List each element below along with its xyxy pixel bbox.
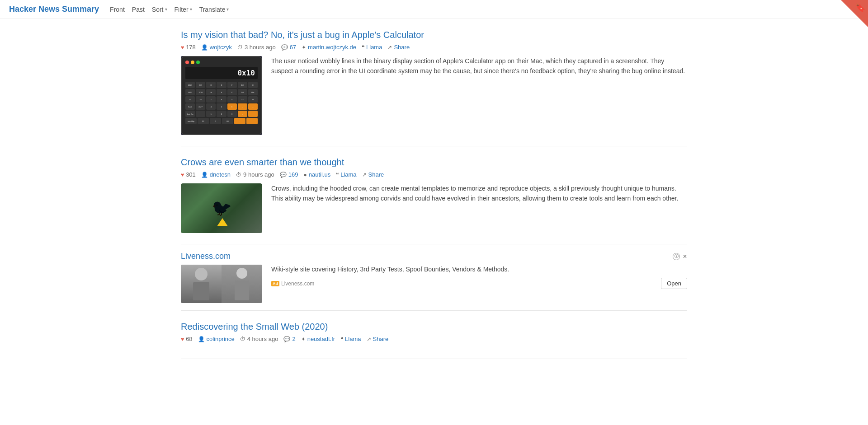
calc-btn: 6 bbox=[227, 103, 237, 110]
calc-btn: 1's bbox=[248, 96, 258, 103]
ad-open-button[interactable]: Open bbox=[661, 278, 687, 289]
ad-image-left bbox=[181, 265, 222, 303]
llama-icon: ❝ bbox=[336, 172, 339, 178]
llama-link[interactable]: Llama bbox=[345, 336, 361, 342]
person-head-icon bbox=[195, 268, 208, 280]
article-3-comments: 💬 2 bbox=[283, 336, 295, 342]
nav-filter-label: Filter bbox=[175, 6, 189, 13]
user-icon: 👤 bbox=[198, 336, 205, 342]
calc-btn: C bbox=[227, 89, 237, 95]
main-content: Is my vision that bad? No, it's just a b… bbox=[172, 19, 696, 359]
site-title[interactable]: Hacker News Summary bbox=[9, 5, 99, 14]
article-2-author: 👤 dnetesn bbox=[201, 171, 231, 178]
ad-close-icon[interactable]: ✕ bbox=[683, 253, 687, 260]
source-link[interactable]: neustadt.fr bbox=[307, 336, 335, 342]
calc-btn: 9 bbox=[227, 96, 237, 103]
ad-info-icon[interactable]: ⓘ bbox=[673, 253, 680, 260]
source-link[interactable]: martin.wojtczyk.de bbox=[308, 44, 356, 51]
article-2: Crows are even smarter than we thought ♥… bbox=[181, 146, 687, 244]
clock-icon: ⏱ bbox=[236, 172, 241, 178]
calc-btn: × bbox=[238, 111, 247, 117]
calc-btn: 2's bbox=[238, 96, 247, 103]
translate-chevron-icon: ▾ bbox=[226, 7, 229, 12]
llama-icon: ❝ bbox=[362, 44, 364, 51]
user-icon: 👤 bbox=[201, 44, 208, 51]
nav-past[interactable]: Past bbox=[132, 6, 145, 13]
article-2-title[interactable]: Crows are even smarter than we thought bbox=[181, 157, 687, 168]
article-1-title[interactable]: Is my vision that bad? No, it's just a b… bbox=[181, 30, 687, 40]
nav-filter-dropdown[interactable]: Filter ▾ bbox=[175, 6, 192, 13]
article-3-votes: ♥ 68 bbox=[181, 336, 193, 342]
article-1-meta: ♥ 178 👤 wojtczyk ⏱ 3 hours ago 💬 67 ✦ ma… bbox=[181, 44, 687, 51]
calc-title-bar bbox=[185, 61, 258, 64]
article-2-image: 🐦 bbox=[181, 183, 262, 233]
calc-btn: . bbox=[234, 118, 245, 124]
share-link[interactable]: Share bbox=[368, 171, 384, 178]
article-3-meta: ♥ 68 👤 colinprince ⏱ 4 hours ago 💬 2 ✦ n… bbox=[181, 336, 687, 342]
article-3-title[interactable]: Rediscovering the Small Web (2020) bbox=[181, 322, 687, 332]
calc-dot-yellow bbox=[191, 61, 194, 64]
calc-btn: 4 bbox=[206, 103, 216, 110]
share-link[interactable]: Share bbox=[394, 44, 410, 51]
calc-btn: 8 bbox=[217, 96, 226, 103]
comments-link[interactable]: 67 bbox=[290, 44, 296, 51]
comment-icon: 💬 bbox=[280, 172, 287, 178]
filter-chevron-icon: ▾ bbox=[190, 7, 192, 12]
calc-btn bbox=[246, 118, 258, 124]
llama-link[interactable]: Llama bbox=[340, 171, 356, 178]
comments-link[interactable]: 2 bbox=[292, 336, 295, 342]
article-3-time: ⏱ 4 hours ago bbox=[240, 336, 278, 342]
calc-btn: 2 bbox=[217, 111, 226, 117]
calc-btn: 3 bbox=[227, 111, 237, 117]
article-3-author: 👤 colinprince bbox=[198, 336, 235, 342]
calc-btn: 8 bbox=[217, 89, 226, 95]
calc-btn: + bbox=[248, 103, 258, 110]
llama-icon: ❝ bbox=[340, 336, 343, 342]
calc-btn: 5 bbox=[217, 103, 226, 110]
ad-title[interactable]: Liveness.com bbox=[181, 252, 231, 261]
author-link[interactable]: wojtczyk bbox=[210, 44, 232, 51]
author-link[interactable]: colinprince bbox=[207, 336, 235, 342]
nav-translate-dropdown[interactable]: Translate ▾ bbox=[199, 6, 229, 13]
crow-silhouette: 🐦 bbox=[212, 199, 232, 218]
calc-btn: A bbox=[206, 89, 216, 95]
header: Hacker News Summary Front Past Sort ▾ Fi… bbox=[0, 0, 868, 19]
ad-image bbox=[181, 265, 262, 303]
nav-links: Front Past Sort ▾ Filter ▾ Translate ▾ bbox=[110, 6, 229, 13]
nav-translate-label: Translate bbox=[199, 6, 226, 13]
article-2-source: ● nautil.us bbox=[303, 171, 330, 178]
globe-icon: ✦ bbox=[302, 44, 306, 51]
article-2-comments: 💬 169 bbox=[280, 171, 298, 178]
calc-btn: XorY bbox=[196, 103, 205, 110]
calc-btn: AND bbox=[185, 82, 195, 88]
calc-btn: Ror bbox=[248, 89, 258, 95]
ad-title-row: Liveness.com ⓘ ✕ bbox=[181, 252, 687, 261]
calc-btn: XorY bbox=[185, 103, 195, 110]
comment-icon: 💬 bbox=[281, 44, 288, 51]
article-1-image: 0x10 AND OR D E F AC C NOR bbox=[181, 56, 262, 135]
bookmark-icon: 🔖 bbox=[855, 3, 865, 13]
comment-icon: 💬 bbox=[283, 336, 290, 342]
nav-sort-dropdown[interactable]: Sort ▾ bbox=[152, 6, 167, 13]
globe-icon: ● bbox=[303, 172, 307, 178]
author-link[interactable]: dnetesn bbox=[210, 171, 231, 178]
calc-btn: 00 bbox=[222, 118, 233, 124]
calc-dot-red bbox=[185, 61, 189, 64]
comments-link[interactable]: 169 bbox=[288, 171, 298, 178]
calc-buttons: AND OR D E F AC C NOR XOR A 8 bbox=[185, 82, 258, 131]
calc-display: 0x10 bbox=[185, 67, 258, 79]
article-2-share: ↗ Share bbox=[362, 171, 384, 178]
calc-btn: >> bbox=[196, 96, 205, 103]
ad-source: Liveness.com bbox=[281, 280, 314, 287]
ad-controls: ⓘ ✕ bbox=[673, 253, 687, 260]
article-1-time: ⏱ 3 hours ago bbox=[237, 44, 276, 51]
calc-btn: ÷ bbox=[248, 111, 258, 117]
source-link[interactable]: nautil.us bbox=[309, 171, 330, 178]
ad-description: Wiki-style site covering History, 3rd Pa… bbox=[271, 265, 687, 274]
globe-icon: ✦ bbox=[301, 336, 306, 342]
ad-badge: Ad bbox=[271, 281, 279, 286]
share-link[interactable]: Share bbox=[373, 336, 389, 342]
llama-link[interactable]: Llama bbox=[366, 44, 382, 51]
article-3-llama: ❝ Llama bbox=[340, 336, 361, 342]
nav-front[interactable]: Front bbox=[110, 6, 125, 13]
